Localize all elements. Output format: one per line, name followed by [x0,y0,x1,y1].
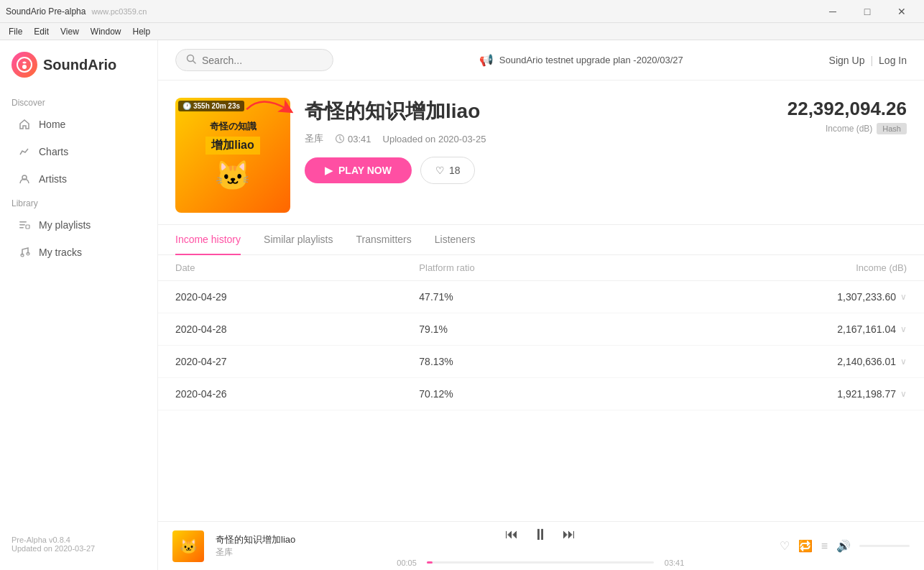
library-section-label: Library [0,193,157,211]
hash-badge: Hash [877,123,907,134]
player-thumbnail: 🐱 [172,530,204,562]
expand-row-2[interactable]: ∨ [900,357,907,367]
search-icon [186,54,196,66]
player-info: 奇怪的知识增加liao 圣库 [216,533,302,558]
sidebar-item-playlists[interactable]: My playlists [6,212,152,238]
track-hero: 🕐 355h 20m 23s 奇怪の知識 增加liao 🐱 奇怪的知识增加lia… [158,81,924,225]
minimize-button[interactable]: ─ [816,0,849,23]
current-time: 00:05 [397,558,420,567]
cat-emoji: 🐱 [215,159,251,193]
charts-icon [17,144,32,159]
expand-row-1[interactable]: ∨ [900,324,907,334]
track-thumbnail: 🕐 355h 20m 23s 奇怪の知識 增加liao 🐱 [175,98,290,213]
title-bar-left: SoundArio Pre-alpha www.pc0359.cn [6,6,147,17]
table-row: 2020-04-27 78.13% 2,140,636.01 ∨ [158,346,924,378]
pause-button[interactable]: ⏸ [532,525,548,544]
thumbnail-text-line1: 奇怪の知識 [204,118,262,136]
income-label: Income (dB) Hash [787,123,907,134]
repeat-button[interactable]: 🔁 [798,539,813,553]
expand-row-3[interactable]: ∨ [900,389,907,399]
track-meta: 圣库 03:41 Uploaded on 2020-03-25 [305,132,773,145]
row-date-2: 2020-04-27 [175,356,419,367]
menu-help[interactable]: Help [127,25,157,38]
income-table: Date Platform ratio Income (dB) 2020-04-… [158,255,924,410]
col-header-date: Date [175,262,419,273]
table-row: 2020-04-26 70.12% 1,921,198.77 ∨ [158,378,924,410]
track-title: 奇怪的知识增加liao [305,98,773,125]
sidebar-playlists-label: My playlists [39,219,91,231]
player-track-title: 奇怪的知识增加liao [216,533,302,546]
row-income-0: 1,307,233.60 ∨ [663,291,907,303]
content-header: 📢 SoundArio testnet upgrade plan -2020/0… [158,40,924,81]
track-uploaded: Uploaded on 2020-03-25 [383,134,486,144]
log-in-button[interactable]: Log In [879,55,907,66]
total-time: 03:41 [661,558,684,567]
artists-icon [17,172,32,186]
sidebar-tracks-label: My tracks [39,247,82,258]
sidebar-item-charts[interactable]: Charts [6,139,152,165]
table-row: 2020-04-29 47.71% 1,307,233.60 ∨ [158,281,924,313]
row-income-2: 2,140,636.01 ∨ [663,356,907,367]
tab-income-history[interactable]: Income history [175,225,241,255]
sidebar-home-label: Home [39,119,65,130]
next-button[interactable]: ⏭ [563,527,576,542]
play-now-button[interactable]: ▶ PLAY NOW [305,157,412,183]
row-ratio-1: 79.1% [419,323,662,335]
tab-transmitters[interactable]: Transmitters [356,225,412,255]
row-income-3: 1,921,198.77 ∨ [663,388,907,400]
player-bar: 🐱 奇怪的知识增加liao 圣库 ⏮ ⏸ ⏭ 00:05 03:41 [158,521,924,570]
col-header-income: Income (dB) [663,262,907,273]
sidebar: SoundArio Discover Home Charts [0,40,158,570]
thumbnail-inner: 🕐 355h 20m 23s 奇怪の知識 增加liao 🐱 [175,98,290,213]
svg-rect-3 [19,221,27,223]
progress-row: 00:05 03:41 [397,558,684,567]
income-table-container: Date Platform ratio Income (dB) 2020-04-… [158,255,924,521]
maximize-button[interactable]: □ [851,0,884,23]
svg-rect-4 [19,224,25,226]
playlist-icon [17,218,32,232]
announcement-text: SoundArio testnet upgrade plan -2020/03/… [499,55,683,65]
volume-icon[interactable]: 🔊 [836,539,851,553]
col-header-ratio: Platform ratio [419,262,662,273]
play-triangle-icon: ▶ [325,165,333,176]
auth-divider: | [870,55,873,66]
menu-file[interactable]: File [3,25,28,38]
tab-similar-playlists[interactable]: Similar playlists [264,225,333,255]
version-label: Pre-Alpha v0.8.4 [11,535,146,544]
svg-line-10 [193,61,196,64]
sidebar-item-tracks[interactable]: My tracks [6,239,152,265]
progress-bar[interactable] [427,561,654,564]
row-date-1: 2020-04-28 [175,323,419,335]
menu-edit[interactable]: Edit [28,25,55,38]
sign-up-button[interactable]: Sign Up [829,55,865,66]
main-content: 📢 SoundArio testnet upgrade plan -2020/0… [158,40,924,570]
volume-bar[interactable] [859,545,910,547]
track-actions: ▶ PLAY NOW ♡ 18 [305,157,773,184]
table-header: Date Platform ratio Income (dB) [158,255,924,281]
menu-bar: File Edit View Window Help [0,23,924,40]
expand-row-0[interactable]: ∨ [900,292,907,302]
row-ratio-3: 70.12% [419,388,662,400]
search-box[interactable] [175,49,333,71]
announcement-bar: 📢 SoundArio testnet upgrade plan -2020/0… [333,53,829,67]
menu-view[interactable]: View [55,25,85,38]
table-row: 2020-04-28 79.1% 2,167,161.04 ∨ [158,313,924,346]
sidebar-item-artists[interactable]: Artists [6,166,152,192]
close-button[interactable]: ✕ [885,0,918,23]
track-artist: 圣库 [305,132,323,145]
updated-label: Updated on 2020-03-27 [11,544,146,553]
tab-listeners[interactable]: Listeners [435,225,476,255]
app-body: SoundArio Discover Home Charts [0,40,924,570]
like-player-button[interactable]: ♡ [780,539,790,553]
search-input[interactable] [202,55,323,66]
svg-rect-6 [26,225,29,229]
like-button[interactable]: ♡ 18 [420,157,476,184]
sidebar-item-home[interactable]: Home [6,111,152,137]
income-amount: 22,392,094.26 [787,98,907,120]
track-info: 奇怪的知识增加liao 圣库 03:41 Uploaded on 2020-03… [305,98,773,184]
queue-button[interactable]: ≡ [821,540,828,553]
clock-icon [335,134,345,144]
player-controls: ⏮ ⏸ ⏭ 00:05 03:41 [313,525,768,567]
menu-window[interactable]: Window [85,25,127,38]
prev-button[interactable]: ⏮ [505,527,518,542]
